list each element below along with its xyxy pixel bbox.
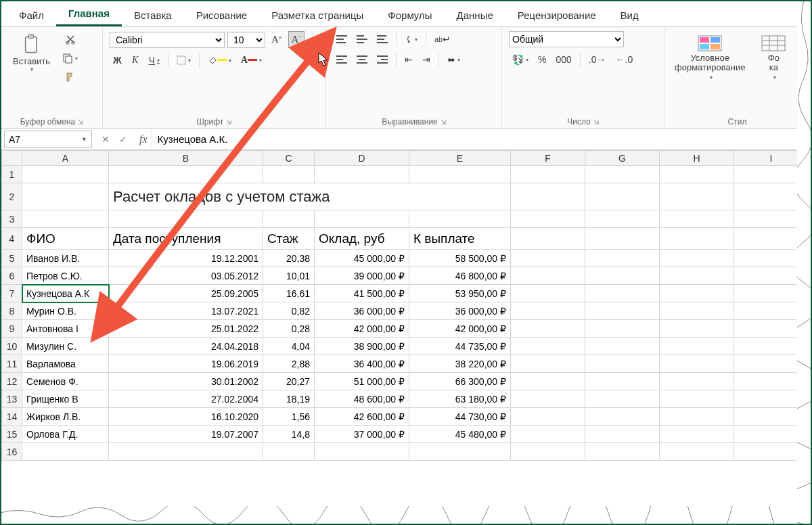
- merge-center-button[interactable]: ⬌: [444, 51, 464, 68]
- column-header-F[interactable]: F: [511, 151, 585, 166]
- cell-D12[interactable]: 51 000,00 ₽: [315, 373, 409, 390]
- cell-A11[interactable]: Варламова: [22, 355, 109, 373]
- comma-format-button[interactable]: 000: [552, 51, 574, 68]
- cell-D13[interactable]: 48 600,00 ₽: [315, 390, 409, 408]
- underline-button[interactable]: Ч: [145, 52, 163, 68]
- cell-E13[interactable]: 63 180,00 ₽: [409, 390, 511, 408]
- accept-formula-icon[interactable]: ✓: [115, 134, 131, 145]
- cell-G3[interactable]: [585, 210, 660, 228]
- font-name-select[interactable]: Calibri: [110, 32, 225, 48]
- decrease-font-button[interactable]: Aˇ: [288, 31, 304, 48]
- row-header-11[interactable]: 11: [2, 355, 22, 373]
- tab-review[interactable]: Рецензирование: [505, 4, 608, 26]
- increase-decimal-button[interactable]: .0→: [585, 51, 610, 68]
- cell-G16[interactable]: [585, 443, 660, 461]
- cell-F4[interactable]: [511, 228, 585, 250]
- cell-F13[interactable]: [511, 390, 585, 408]
- cell-C14[interactable]: 1,56: [263, 408, 315, 426]
- cell-E10[interactable]: 44 735,00 ₽: [409, 338, 511, 355]
- cell-C12[interactable]: 20,27: [263, 373, 315, 390]
- cell-D8[interactable]: 36 000,00 ₽: [315, 302, 409, 320]
- column-header-A[interactable]: A: [22, 151, 109, 166]
- cell-E6[interactable]: 46 800,00 ₽: [409, 267, 511, 285]
- cell-F11[interactable]: [511, 355, 585, 373]
- cell-B10[interactable]: 24.04.2018: [109, 338, 263, 355]
- cell-E11[interactable]: 38 220,00 ₽: [409, 355, 511, 373]
- align-center-button[interactable]: [353, 52, 371, 67]
- cell-E15[interactable]: 45 480,00 ₽: [409, 426, 511, 443]
- cell-A10[interactable]: Мизулин С.: [22, 338, 109, 355]
- cell-D15[interactable]: 37 000,00 ₽: [315, 426, 409, 443]
- cell-H2[interactable]: [660, 183, 734, 210]
- cell-A5[interactable]: Иванов И.В.: [22, 250, 109, 267]
- tab-formulas[interactable]: Формулы: [376, 4, 444, 26]
- cell-C10[interactable]: 4,04: [263, 338, 315, 355]
- cell-F1[interactable]: [511, 166, 585, 183]
- cell-D14[interactable]: 42 600,00 ₽: [315, 408, 409, 426]
- row-header-10[interactable]: 10: [2, 338, 22, 355]
- cell-C15[interactable]: 14,8: [263, 426, 315, 443]
- decrease-indent-button[interactable]: ⇤: [401, 51, 416, 68]
- row-header-5[interactable]: 5: [2, 250, 22, 267]
- fill-color-button[interactable]: [204, 53, 235, 68]
- cell-A1[interactable]: [22, 166, 109, 183]
- cell-H4[interactable]: [660, 228, 734, 250]
- cell-F15[interactable]: [511, 426, 585, 443]
- cell-C6[interactable]: 10,01: [263, 267, 315, 285]
- row-header-9[interactable]: 9: [2, 320, 22, 338]
- cell-G12[interactable]: [585, 373, 660, 390]
- column-header-D[interactable]: D: [315, 151, 409, 166]
- cell-G11[interactable]: [585, 355, 660, 373]
- increase-font-button[interactable]: A^: [268, 31, 286, 48]
- cell-B4[interactable]: Дата поступления: [109, 228, 263, 250]
- cell-F2[interactable]: [511, 183, 585, 210]
- cancel-formula-icon[interactable]: ✕: [97, 134, 114, 145]
- cell-F9[interactable]: [511, 320, 585, 338]
- cell-D5[interactable]: 45 000,00 ₽: [315, 250, 409, 267]
- cell-C11[interactable]: 2,88: [263, 355, 315, 373]
- cell-D9[interactable]: 42 000,00 ₽: [315, 320, 409, 338]
- cell-D1[interactable]: [315, 166, 409, 183]
- cell-G9[interactable]: [585, 320, 660, 338]
- paste-button[interactable]: Вставить ▾: [8, 31, 55, 74]
- cell-G4[interactable]: [585, 228, 660, 250]
- row-header-4[interactable]: 4: [2, 228, 22, 250]
- cell-F8[interactable]: [511, 302, 585, 320]
- cell-F10[interactable]: [511, 338, 585, 355]
- cell-B14[interactable]: 16.10.2020: [109, 408, 263, 426]
- accounting-format-button[interactable]: 💱: [509, 51, 532, 68]
- column-header-G[interactable]: G: [585, 151, 660, 166]
- cell-B8[interactable]: 13.07.2021: [109, 302, 263, 320]
- cell-B6[interactable]: 03.05.2012: [109, 267, 263, 285]
- row-header-15[interactable]: 15: [2, 426, 22, 443]
- cell-A13[interactable]: Грищенко В: [22, 390, 109, 408]
- cell-B15[interactable]: 19.07.2007: [109, 426, 263, 443]
- name-box[interactable]: A7 ▼: [4, 131, 92, 148]
- wrap-text-button[interactable]: ab↵: [431, 31, 454, 47]
- row-header-8[interactable]: 8: [2, 302, 22, 320]
- cell-H3[interactable]: [660, 210, 734, 228]
- cell-H7[interactable]: [660, 285, 734, 302]
- cell-A9[interactable]: Антовнова I: [22, 320, 109, 338]
- cell-F12[interactable]: [511, 373, 585, 390]
- number-dialog-launcher[interactable]: ⇲: [593, 118, 599, 126]
- row-header-16[interactable]: 16: [2, 443, 22, 461]
- cell-C16[interactable]: [263, 443, 315, 461]
- cell-H13[interactable]: [660, 390, 734, 408]
- cell-C7[interactable]: 16,61: [263, 285, 315, 302]
- cell-E7[interactable]: 53 950,00 ₽: [409, 285, 511, 302]
- cell-H1[interactable]: [660, 166, 734, 183]
- cell-E16[interactable]: [409, 443, 511, 461]
- tab-layout[interactable]: Разметка страницы: [259, 4, 376, 26]
- percent-format-button[interactable]: %: [535, 51, 549, 68]
- cell-A3[interactable]: [22, 210, 109, 228]
- cell-A2[interactable]: [22, 183, 109, 210]
- cell-A15[interactable]: Орлова Г.Д.: [22, 426, 109, 443]
- cell-B9[interactable]: 25.01.2022: [109, 320, 263, 338]
- cell-C3[interactable]: [263, 210, 315, 228]
- cell-D3[interactable]: [315, 210, 409, 228]
- cell-D4[interactable]: Оклад, руб: [315, 228, 409, 250]
- cell-D6[interactable]: 39 000,00 ₽: [315, 267, 409, 285]
- align-top-button[interactable]: [333, 32, 351, 47]
- cell-F14[interactable]: [511, 408, 585, 426]
